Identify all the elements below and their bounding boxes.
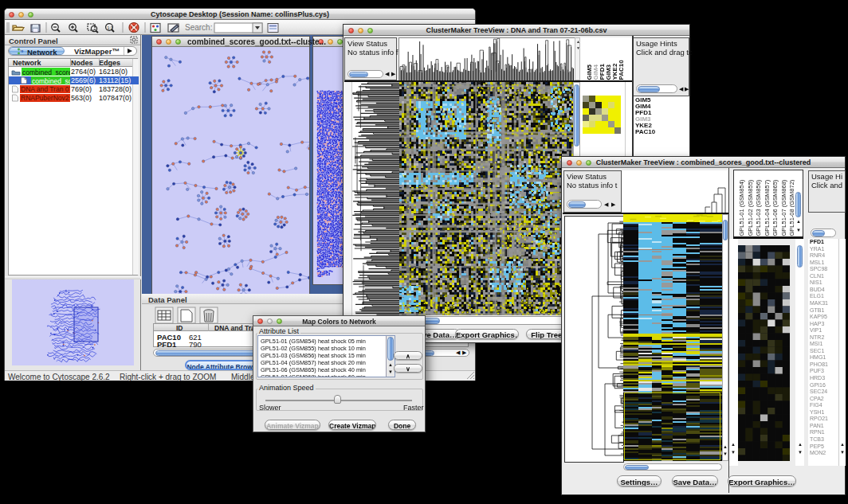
svg-text:1:1: 1:1 [108,25,113,30]
svg-text:Search:: Search: [185,23,212,32]
